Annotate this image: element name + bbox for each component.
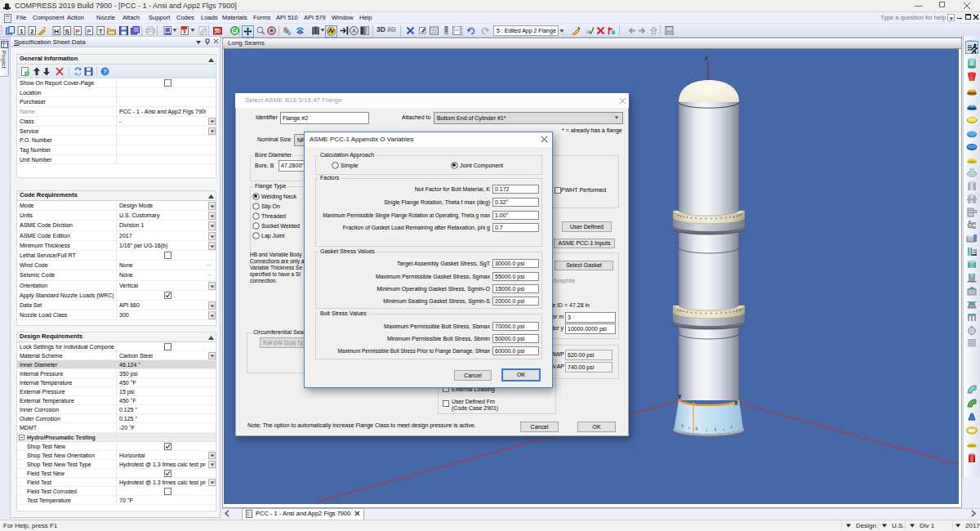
svg-text:Y: Y xyxy=(678,394,682,399)
svg-text:P: P xyxy=(87,28,92,35)
svg-text:S: S xyxy=(65,28,70,35)
svg-text:0: 0 xyxy=(974,209,978,214)
svg-text:P: P xyxy=(76,28,81,35)
svg-text:2: 2 xyxy=(30,28,34,35)
svg-text:?: ? xyxy=(103,68,107,75)
svg-text:T: T xyxy=(99,28,103,35)
svg-text:a: a xyxy=(586,28,590,35)
svg-text:z: z xyxy=(705,54,708,61)
svg-text:1: 1 xyxy=(20,28,24,35)
svg-text:H: H xyxy=(54,28,59,35)
svg-text:X: X xyxy=(734,400,738,406)
svg-text:A: A xyxy=(352,28,356,33)
